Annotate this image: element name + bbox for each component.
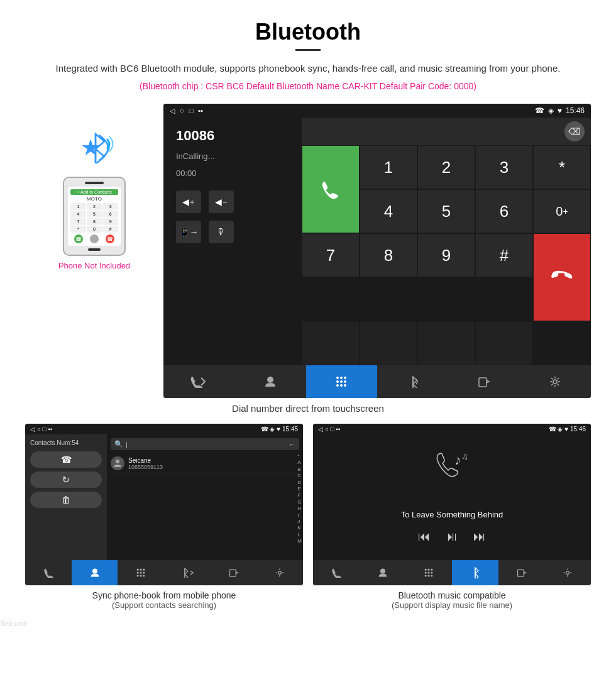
watermark: Seicane: [0, 619, 28, 629]
volume-up-button[interactable]: ◀+: [176, 190, 201, 213]
ctab-bluetooth[interactable]: [164, 560, 211, 585]
search-icon: 🔍: [114, 440, 123, 448]
contacts-caption: Sync phone-book from mobile phone: [92, 590, 236, 600]
svg-rect-33: [229, 570, 236, 576]
contacts-screen: ◁ ○ □ ▪▪ ☎ ◈ ♥ 15:45 Contacts Num:54 ☎ ↻…: [25, 424, 303, 585]
end-call-button[interactable]: [533, 233, 591, 321]
location-icon: ◈: [548, 106, 554, 115]
svg-point-21: [137, 569, 139, 571]
call-action-button[interactable]: ☎: [30, 451, 102, 468]
contacts-right-panel: 🔍 | ← Seicane 10655059113: [107, 434, 303, 560]
header-description: Integrated with BC6 Bluetooth module, su…: [25, 61, 591, 76]
svg-point-9: [340, 380, 343, 383]
wifi-icon: ♥: [558, 106, 562, 115]
contacts-screen-wrap: ◁ ○ □ ▪▪ ☎ ◈ ♥ 15:45 Contacts Num:54 ☎ ↻…: [25, 424, 303, 610]
phone-end-button[interactable]: ☎: [106, 234, 114, 243]
key-3[interactable]: 3: [475, 145, 533, 189]
key-star[interactable]: *: [533, 145, 591, 189]
key-7[interactable]: 7: [302, 233, 360, 277]
mtab-phone[interactable]: [313, 560, 360, 585]
home-icon: ○: [180, 107, 184, 114]
dial-tab-phone[interactable]: [163, 365, 234, 398]
svg-point-10: [344, 380, 346, 383]
sync-action-button[interactable]: ↻: [30, 472, 102, 488]
ctab-phone[interactable]: [25, 560, 72, 585]
contacts-caption-sub: (Support contacts searching): [112, 600, 216, 610]
dial-number: 10086: [176, 128, 289, 144]
svg-marker-1: [96, 134, 104, 149]
ctab-settings[interactable]: [256, 560, 303, 585]
svg-point-11: [336, 384, 339, 387]
key-4[interactable]: 4: [360, 189, 417, 233]
transfer-button[interactable]: 📱→: [176, 221, 201, 243]
key-8[interactable]: 8: [360, 233, 417, 277]
dial-tab-settings[interactable]: [520, 365, 591, 398]
svg-point-6: [340, 377, 343, 379]
dial-main-area: 10086 InCalling... 00:00 ◀+ ◀− 📱→ 🎙: [163, 118, 591, 365]
alpha-bar: *ABCDE FGHIJK LM: [297, 453, 302, 544]
svg-point-34: [278, 571, 282, 575]
key-6[interactable]: 6: [475, 189, 533, 233]
delete-action-button[interactable]: 🗑: [30, 492, 102, 508]
key-empty2: [360, 321, 417, 365]
ctab-contacts[interactable]: [72, 560, 118, 585]
mtab-settings[interactable]: [544, 560, 591, 585]
play-pause-button[interactable]: ⏯: [446, 529, 458, 544]
ctab-transfer[interactable]: [211, 560, 257, 585]
mtab-bluetooth[interactable]: [452, 560, 498, 585]
svg-point-18: [553, 380, 557, 383]
svg-point-40: [431, 569, 432, 571]
mtab-transfer[interactable]: [498, 560, 545, 585]
music-song-title: To Leave Something Behind: [401, 510, 503, 519]
call-button[interactable]: [302, 145, 360, 233]
svg-point-42: [428, 571, 430, 573]
numpad-grid: 1 2 3 * 4 5 6 0+ 7 8: [302, 145, 591, 365]
search-back-icon: ←: [289, 441, 295, 448]
key-5[interactable]: 5: [417, 189, 475, 233]
volume-down-button[interactable]: ◀−: [209, 190, 234, 213]
svg-point-4: [267, 377, 273, 383]
contacts-count: Contacts Num:54: [30, 439, 102, 446]
mic-button[interactable]: 🎙: [209, 221, 234, 243]
contact-list-item[interactable]: Seicane 10655059113: [111, 454, 299, 473]
phone-status-icon: ☎: [535, 106, 544, 115]
dial-info-panel: 10086 InCalling... 00:00 ◀+ ◀− 📱→ 🎙: [163, 118, 302, 365]
svg-marker-15: [413, 384, 417, 388]
key-0plus[interactable]: 0+: [533, 189, 591, 233]
key-2[interactable]: 2: [417, 145, 475, 189]
backspace-button[interactable]: ⌫: [564, 121, 585, 141]
status-right: ☎ ◈ ♥ 15:46: [535, 106, 585, 115]
phone-side: ★: [25, 104, 163, 270]
svg-marker-2: [96, 149, 104, 163]
dial-tab-dialpad[interactable]: [306, 365, 377, 398]
dial-numpad-area: ⌫ 1 2 3 * 4 5 6: [302, 118, 591, 365]
dial-tab-bluetooth[interactable]: [377, 365, 448, 398]
svg-marker-30: [185, 568, 188, 575]
key-1[interactable]: 1: [360, 145, 417, 189]
notif-icon: ▪▪: [198, 107, 203, 114]
top-section: ★: [25, 104, 591, 398]
next-button[interactable]: ⏭: [473, 529, 486, 544]
contact-name: Seicane: [128, 457, 163, 464]
svg-point-38: [425, 569, 427, 571]
time-display: 15:46: [566, 106, 585, 115]
key-9[interactable]: 9: [417, 233, 475, 277]
dial-tabbar: [163, 365, 591, 398]
key-empty3: [417, 321, 475, 365]
phone-call-button[interactable]: ☎: [74, 234, 83, 243]
music-controls: ⏮ ⏯ ⏭: [418, 529, 486, 544]
svg-point-27: [137, 575, 139, 576]
prev-button[interactable]: ⏮: [418, 529, 431, 544]
contacts-search-bar[interactable]: 🔍 | ←: [111, 438, 299, 450]
dial-tab-contacts[interactable]: [234, 365, 305, 398]
dial-tab-transfer[interactable]: [448, 365, 519, 398]
key-empty4: [475, 321, 533, 365]
mtab-contacts[interactable]: [360, 560, 406, 585]
key-hash[interactable]: #: [475, 233, 533, 277]
mtab-dialpad[interactable]: [405, 560, 452, 585]
music-caption-sub: (Support display music file name): [392, 600, 512, 610]
svg-point-22: [140, 569, 142, 571]
music-status-right: ☎ ◈ ♥ 15:46: [549, 426, 586, 433]
dial-input-row: ⌫: [302, 118, 591, 145]
ctab-dialpad[interactable]: [118, 560, 164, 585]
